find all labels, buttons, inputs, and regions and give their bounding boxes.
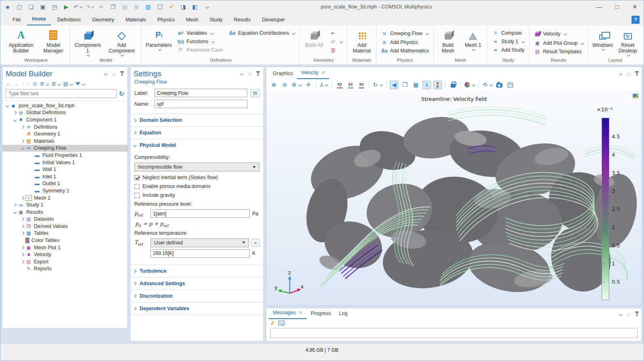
menu-home[interactable]: Home [27,14,51,25]
porous-media-checkbox[interactable] [134,184,140,189]
maximize-button[interactable]: □ [608,1,626,13]
tab-progress[interactable]: Progress [307,308,335,319]
tree-item-derived-values[interactable]: Derived Values [2,223,128,230]
tree-item-datasets[interactable]: Datasets [2,216,128,223]
compute-button[interactable]: =Compute [490,29,527,37]
view-yz-icon[interactable]: yz [346,81,355,89]
name-input[interactable] [155,100,247,108]
expand-all-icon[interactable]: ≣ [52,81,61,87]
delete-icon[interactable]: ▥ [144,3,152,11]
float-panel-icon[interactable]: □ [111,71,117,77]
print-icon[interactable] [506,81,514,89]
zoom-out-icon[interactable]: ⊖ [280,81,289,89]
add-component-button[interactable]: Add Component [104,27,139,58]
close-button[interactable]: ✕ [626,1,644,13]
tref-input[interactable] [151,249,250,258]
component1-button[interactable]: Component 1 [73,27,102,58]
windows-button[interactable]: Windows [591,27,614,58]
application-builder-button[interactable]: A Application Builder [4,27,38,58]
compressibility-dropdown[interactable]: Incompressible flow [134,163,259,171]
study1-button[interactable]: ∞Study 1 [490,38,527,45]
go-to-source-icon[interactable]: ≡ [251,239,259,247]
menu-physics[interactable]: Physics [153,15,180,25]
tree-item-velocity[interactable]: Velocity [2,251,128,258]
duplicate-icon[interactable]: ⊞ [132,3,140,11]
show-icon[interactable]: ⊙ [33,81,37,87]
redo-icon[interactable]: ↷ [86,3,94,11]
find-icon[interactable]: ◨ [179,3,187,11]
minimize-button[interactable]: — [590,1,608,13]
move-down-icon[interactable]: ↓ [27,81,30,87]
add-physics-button[interactable]: ⊛Add Physics [379,39,431,46]
model-tree-node-text-icon[interactable]: ▤ [63,81,73,87]
tree-item-wall1[interactable]: Wall 1 [2,166,128,173]
panel-menu-icon[interactable] [238,71,244,77]
panel-menu-icon[interactable] [102,71,108,77]
result-templates-button[interactable]: ▤Result Templates [532,48,585,55]
equation-contributions-button[interactable]: ΔuEquation Contributions [227,29,297,37]
color-legend-icon[interactable] [433,81,442,89]
tree-item-component1[interactable]: Component 1 [2,116,128,123]
tree-item-color-tables[interactable]: Color Tables [2,237,128,244]
tree-item-export[interactable]: Export [2,258,128,265]
customize-toolbar-icon[interactable] [203,3,211,11]
new-file-icon[interactable]: ▢ [15,3,23,11]
tree-filter-input[interactable] [6,89,117,98]
add-plot-group-button[interactable]: ▣Add Plot Group [532,40,585,47]
pin-icon[interactable] [121,72,123,76]
close-icon[interactable]: ✕ [299,310,303,315]
tree-item-outlet1[interactable]: Outlet 1 [2,180,128,188]
stokes-flow-checkbox-row[interactable]: Neglect inertial term (Stokes flow) [134,175,259,180]
gravity-checkbox-row[interactable]: Include gravity [134,192,259,198]
update-plot-icon[interactable]: ⟲ [482,81,493,89]
tree-item-mesh1[interactable]: Mesh 1 [2,194,128,202]
add-material-button[interactable]: Add Material [350,27,373,58]
section-equation[interactable]: Equation [130,126,263,139]
copy-icon[interactable]: ❐ [109,3,117,11]
panel-menu-icon[interactable] [617,71,623,77]
tree-item-initial-values1[interactable]: Initial Values 1 [2,159,128,166]
float-panel-icon[interactable]: □ [247,71,253,77]
move-up-icon[interactable]: ↑ [22,81,25,87]
tree-item-geometry1[interactable]: Geometry 1 [2,130,128,138]
tree-item-inlet1[interactable]: Inlet 1 [2,173,128,180]
section-domain-selection[interactable]: Domain Selection [130,114,263,126]
plot-window-icon[interactable] [632,93,639,98]
cut-icon[interactable]: ✂ [97,3,105,11]
section-physical-model[interactable]: Physical Model Compressibility: Incompre… [130,139,263,265]
tref-dropdown[interactable]: User defined [151,238,249,247]
add-mathematics-button[interactable]: ΔuAdd Mathematics [379,47,431,54]
message-table-icon[interactable] [278,321,284,326]
scene-light-icon[interactable]: ◀ [390,81,398,89]
messages-output[interactable] [270,328,638,338]
tree-item-symmetry1[interactable]: Symmetry 1 [2,187,128,194]
insert-sequence-button[interactable]: ⇤ [327,29,345,37]
clear-messages-icon[interactable]: ✐ [270,319,276,327]
tab-messages[interactable]: Messages✕ [269,307,307,319]
menu-study[interactable]: Study [205,15,228,25]
menu-results[interactable]: Results [229,15,256,25]
grid-icon[interactable]: ▦ [412,81,420,89]
transparency-icon[interactable]: ❒ [401,81,409,89]
view-xy-icon[interactable]: xy [335,81,344,89]
zoom-box-icon[interactable]: ⊕ [291,81,302,89]
tree-item-results[interactable]: Results [2,209,128,216]
save-icon[interactable]: ▣ [39,3,47,11]
mesh1-button[interactable]: Mesh 1 [461,27,485,58]
select-box-icon[interactable] [156,3,164,11]
tree-item-global-definitions[interactable]: Global Definitions [2,109,128,117]
tab-log[interactable]: Log [335,308,351,319]
zoom-extents-icon[interactable]: ✛ [304,81,313,89]
tree-item-study1[interactable]: Study 1 [2,201,128,209]
variables-button[interactable]: a=Variables [175,29,225,37]
paste-icon[interactable]: ▤ [121,3,129,11]
section-discretization[interactable]: Discretization [130,290,263,302]
porous-media-checkbox-row[interactable]: Enable porous media domains [134,184,259,189]
search-icon[interactable]: ◧ [191,3,199,11]
close-icon[interactable]: ✕ [321,70,325,75]
section-turbulence[interactable]: Turbulence [130,265,263,277]
label-input[interactable] [155,89,247,97]
forward-icon[interactable]: → [14,81,19,87]
parameters-button[interactable]: Pi Parameters [144,27,174,58]
tree-item-creeping-flow[interactable]: Creeping Flow [2,145,128,152]
